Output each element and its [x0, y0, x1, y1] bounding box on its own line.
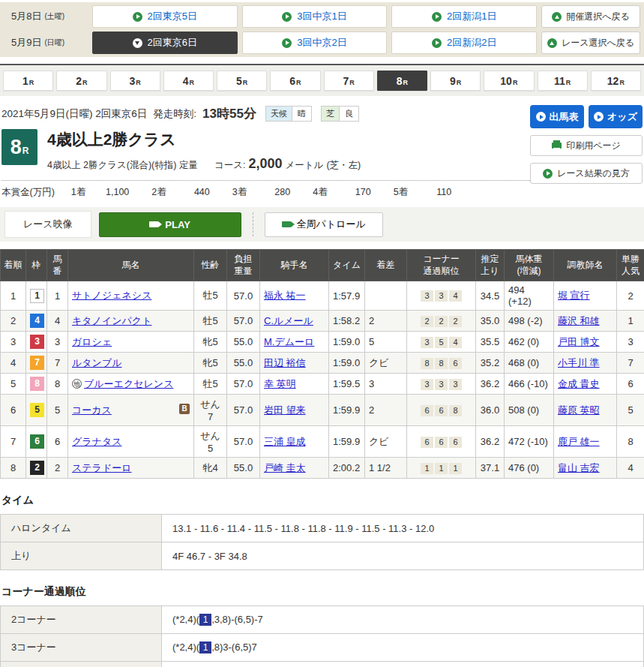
lap-time-table: ハロンタイム 13.1 - 11.6 - 11.4 - 11.5 - 11.8 …: [0, 514, 644, 570]
trainer-link[interactable]: 小手川 準: [558, 357, 600, 368]
jockey-link[interactable]: 福永 祐一: [264, 290, 306, 301]
horse-name-link[interactable]: ブルーエクセレンス: [84, 378, 173, 389]
table-row: 1 1 1 サトノジェネシス 牡5 57.0 福永 祐一 1:57.9 334 …: [1, 281, 644, 311]
race-number-badge: 8R: [1, 129, 37, 165]
horse-name-link[interactable]: キタノインパクト: [72, 315, 151, 326]
last-3f: 35.2: [476, 353, 505, 374]
body-weight: 462 (0): [505, 332, 554, 353]
sex-age: 牡5: [194, 374, 227, 395]
horse-number: 8: [47, 374, 68, 395]
odds-button[interactable]: オッズ: [589, 105, 643, 128]
last-up-label: 上り: [1, 542, 162, 570]
results-header-row: 着順 枠 馬 番 馬名 性齢 負担 重量 騎手名 タイム 着差 コーナー 通過順…: [1, 250, 644, 281]
weight-carried: 57.0: [227, 426, 260, 458]
back-to-race-select-button[interactable]: レース選択へ戻る: [541, 32, 640, 54]
print-label: 印刷用ページ: [566, 140, 621, 152]
tab-7r[interactable]: 7R: [324, 71, 374, 91]
print-page-button[interactable]: 印刷用ページ: [530, 135, 643, 156]
jockey-link[interactable]: M.デムーロ: [264, 336, 314, 347]
date-row-sunday: 5月9日 (日曜) 2回東京6日 3回中京2日 2回新潟2日 レース選択へ戻る: [4, 32, 640, 54]
meeting-button-tokyo5[interactable]: 2回東京5日: [92, 5, 238, 28]
last-3f: 36.0: [476, 395, 505, 426]
tab-11r[interactable]: 11R: [538, 71, 588, 91]
jockey-link[interactable]: C.ルメール: [264, 315, 313, 326]
entry-table-button[interactable]: 出馬表: [530, 105, 584, 128]
trainer-link[interactable]: 藤沢 和雄: [558, 315, 600, 326]
frame-badge: 7: [30, 356, 44, 370]
tab-2r[interactable]: 2R: [56, 71, 106, 91]
corner-order: 111: [407, 458, 476, 479]
finish-time: 1:59.0: [329, 332, 365, 353]
jockey-link[interactable]: 岩田 望来: [264, 404, 306, 416]
finish-position: 8: [1, 458, 26, 479]
horse-name-link[interactable]: ステラドーロ: [72, 462, 132, 473]
finish-position: 1: [1, 281, 26, 311]
horse-name-link[interactable]: サトノジェネシス: [72, 290, 151, 301]
finish-position: 7: [1, 426, 26, 458]
meeting-label: 2回新潟1日: [447, 10, 496, 23]
meeting-button-chukyo1[interactable]: 3回中京1日: [242, 5, 388, 28]
up-circle-icon: [552, 12, 562, 22]
corner-order: 334: [407, 281, 476, 311]
play-circle-icon: [594, 112, 604, 122]
video-camera-icon: [149, 221, 158, 227]
tab-1r[interactable]: 1R: [3, 71, 53, 91]
jockey-link[interactable]: 三浦 皇成: [264, 436, 306, 447]
horse-number: 3: [47, 332, 68, 353]
corner-4-label: 4コーナー: [1, 662, 162, 667]
finish-time: 1:59.9: [329, 395, 365, 426]
weather-label: 天候: [266, 107, 292, 121]
meeting-button-niigata1[interactable]: 2回新潟1日: [391, 5, 537, 28]
meeting-button-chukyo2[interactable]: 3回中京2日: [242, 32, 388, 54]
result-guide-button[interactable]: レース結果の見方: [530, 163, 643, 184]
trainer-link[interactable]: 金成 貴史: [558, 378, 600, 389]
jockey-link[interactable]: 田辺 裕信: [264, 357, 306, 368]
horse-name-link[interactable]: グラナタス: [72, 436, 122, 447]
horse-name-link[interactable]: コーカス: [72, 404, 112, 416]
tab-5r[interactable]: 5R: [217, 71, 267, 91]
meeting-button-niigata2[interactable]: 2回新潟2日: [391, 32, 537, 54]
weekday-text: (土曜): [44, 11, 64, 22]
tab-4r[interactable]: 4R: [163, 71, 214, 91]
down-circle-icon: [133, 38, 142, 48]
jockey-link[interactable]: 戸崎 圭太: [264, 462, 306, 473]
weight-carried: 55.0: [227, 353, 260, 374]
jockey-link[interactable]: 幸 英明: [264, 378, 296, 389]
last-3f: 36.2: [476, 426, 505, 458]
play-label: PLAY: [165, 219, 190, 230]
table-row: 4 7 7 ルタンブル 牝5 55.0 田辺 裕信 1:59.0 クビ 886 …: [1, 353, 644, 374]
play-button[interactable]: PLAY: [99, 212, 241, 237]
time-section-title: タイム: [1, 494, 644, 507]
trainer-link[interactable]: 戸田 博文: [558, 336, 600, 347]
patrol-video-button[interactable]: 全周パトロール: [265, 212, 383, 237]
tab-12r[interactable]: 12R: [591, 71, 641, 91]
tab-3r[interactable]: 3R: [110, 71, 160, 91]
meeting-button-tokyo6-selected[interactable]: 2回東京6日: [92, 32, 238, 54]
trainer-link[interactable]: 畠山 吉宏: [558, 462, 600, 473]
trainer-link[interactable]: 鹿戸 雄一: [558, 436, 600, 447]
horse-name-link[interactable]: ガロシェ: [72, 336, 112, 347]
tab-9r[interactable]: 9R: [430, 71, 481, 91]
finish-time: 1:57.9: [329, 281, 365, 311]
tab-6r[interactable]: 6R: [270, 71, 320, 91]
last-3f: 35.5: [476, 332, 505, 353]
trainer-link[interactable]: 藤原 英昭: [558, 404, 600, 416]
table-row: 8 2 2 ステラドーロ 牝4 55.0 戸崎 圭太 2:00.2 1 1/2 …: [1, 458, 644, 479]
patrol-label: 全周パトロール: [297, 218, 366, 231]
entry-table-label: 出馬表: [550, 110, 579, 124]
track-condition-badge: 芝 良: [321, 106, 359, 122]
finish-time: 2:00.2: [329, 458, 365, 479]
col-trainer: 調教師名: [554, 250, 617, 281]
horse-name-link[interactable]: ルタンブル: [72, 357, 122, 368]
margin: 2: [365, 395, 407, 426]
last-3f: 35.0: [476, 311, 505, 332]
race-date: 2021年5月9日(日曜) 2回東京6日: [1, 107, 147, 121]
tab-10r[interactable]: 10R: [484, 71, 534, 91]
trainer-link[interactable]: 堀 宣行: [558, 290, 590, 301]
finish-time: 1:59.9: [329, 426, 365, 458]
tab-8r-selected[interactable]: 8R: [377, 71, 427, 91]
back-to-meeting-select-button[interactable]: 開催選択へ戻る: [541, 5, 640, 28]
date-navigation: 5月8日 (土曜) 2回東京5日 3回中京1日 2回新潟1日 開催選択へ戻る: [0, 2, 644, 57]
body-weight: 472 (-10): [505, 426, 554, 458]
race-conditions: 4歳以上 2勝クラス(混合)(特指) 定量 コース: 2,000 メートル (芝…: [47, 156, 361, 172]
